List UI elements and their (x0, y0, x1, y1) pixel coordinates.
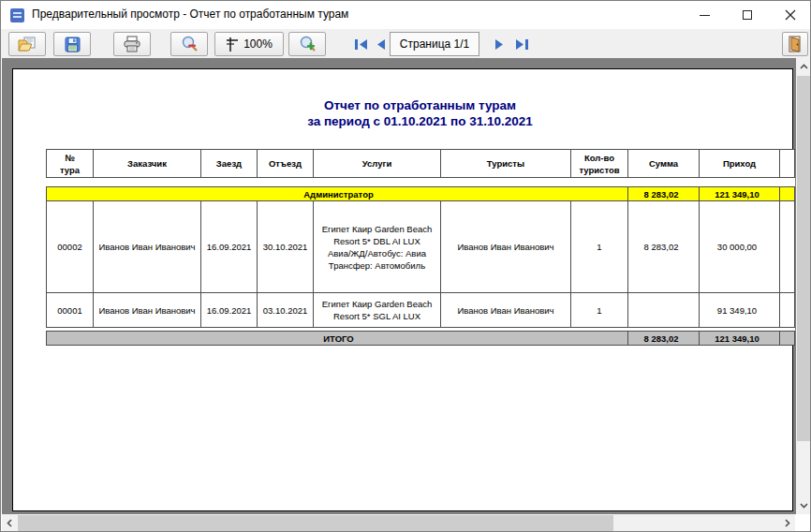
col-header-tourist-count: Кол-во туристов (571, 150, 628, 178)
table-row: 00001 Иванов Иван Иванович 16.09.2021 03… (47, 293, 795, 328)
close-icon (785, 9, 796, 21)
col-header-customer: Заказчик (94, 150, 201, 178)
cell-services: Египет Каир Garden Beach Resort 5* SGL A… (314, 293, 441, 328)
scroll-down-button[interactable] (796, 497, 811, 514)
cell-customer: Иванов Иван Иванович (94, 201, 201, 293)
group-label: Администратор (47, 187, 628, 201)
close-button[interactable] (769, 1, 811, 29)
cell-extra (780, 293, 795, 328)
scroll-left-button[interactable] (2, 514, 17, 532)
chevron-right-icon (785, 519, 790, 527)
total-summa: 8 283,02 (628, 332, 700, 346)
cell-tour-no: 00001 (47, 293, 94, 328)
cell-summa (628, 293, 700, 328)
next-page-icon (494, 38, 504, 51)
cell-tourist-count: 1 (571, 201, 628, 293)
cell-services: Египет Каир Garden Beach Resort 5* DBL A… (314, 201, 441, 293)
col-header-tour-no: № тура (47, 150, 94, 178)
cell-prihod: 30 000,00 (700, 201, 780, 293)
spacer-row (47, 178, 795, 187)
chevron-left-icon (7, 519, 12, 527)
prev-page-icon (376, 38, 386, 51)
col-header-checkout: Отъезд (258, 150, 314, 178)
col-header-summa: Сумма (628, 150, 700, 178)
total-prihod: 121 349,10 (700, 332, 780, 346)
group-prihod: 121 349,10 (700, 187, 780, 201)
col-header-prihod: Приход (700, 150, 780, 178)
scroll-right-button[interactable] (780, 514, 795, 532)
vertical-scroll-thumb[interactable] (797, 76, 810, 441)
zoom-in-icon (299, 36, 317, 53)
header-row: № тура Заказчик Заезд Отъезд Услуги Тури… (47, 150, 795, 178)
cell-tourists: Иванов Иван Иванович (441, 293, 571, 328)
cell-checkin: 16.09.2021 (201, 293, 258, 328)
col-header-checkin: Заезд (201, 150, 258, 178)
exit-preview-button[interactable] (782, 32, 808, 56)
report-title-line2: за период с 01.10.2021 по 31.10.2021 (46, 113, 794, 129)
minimize-button[interactable] (683, 1, 726, 29)
cell-prihod: 91 349,10 (700, 293, 780, 328)
first-page-button[interactable] (351, 32, 370, 56)
exit-door-icon (788, 36, 803, 52)
last-page-icon (515, 38, 529, 51)
cell-tourists: Иванов Иван Иванович (441, 201, 571, 293)
cell-tour-no: 00002 (47, 201, 94, 293)
total-label: ИТОГО (47, 332, 628, 346)
col-header-tourists: Туристы (441, 150, 571, 178)
cell-summa: 8 283,02 (628, 201, 700, 293)
open-report-button[interactable] (8, 32, 46, 56)
save-icon (65, 37, 81, 52)
next-page-button[interactable] (492, 32, 507, 56)
report-title-line1: Отчет по отработанным турам (46, 97, 794, 113)
cell-tourist-count: 1 (571, 293, 628, 328)
app-report-icon (10, 8, 24, 22)
titlebar: Предварительный просмотр - Отчет по отра… (1, 1, 810, 29)
col-header-services: Услуги (314, 150, 441, 178)
open-report-icon (18, 37, 37, 52)
total-extra (780, 332, 795, 346)
cell-checkout: 03.10.2021 (258, 293, 314, 328)
page-indicator: Страница 1/1 (390, 32, 479, 56)
print-button[interactable] (113, 32, 151, 56)
maximize-icon (743, 10, 752, 20)
total-row: ИТОГО 8 283,02 121 349,10 (47, 332, 795, 346)
first-page-icon (354, 38, 368, 51)
zoom-scale-icon (226, 37, 239, 52)
last-page-button[interactable] (512, 32, 531, 56)
horizontal-scroll-thumb[interactable] (18, 515, 613, 531)
table-row: 00002 Иванов Иван Иванович 16.09.2021 30… (47, 201, 795, 293)
zoom-out-icon (181, 36, 199, 53)
preview-window: Предварительный просмотр - Отчет по отра… (0, 0, 811, 532)
window-title: Предварительный просмотр - Отчет по отра… (32, 7, 348, 21)
zoom-in-button[interactable] (288, 32, 326, 56)
report-page: Отчет по отработанным турам за период с … (12, 68, 793, 511)
zoom-out-button[interactable] (170, 32, 208, 56)
preview-area: Отчет по отработанным турам за период с … (2, 58, 811, 514)
prev-page-button[interactable] (374, 32, 389, 56)
print-icon (123, 36, 141, 52)
group-extra (780, 187, 795, 201)
cell-extra (780, 201, 795, 293)
zoom-level-label: 100% (243, 37, 273, 51)
col-header-extra (780, 150, 795, 178)
scroll-up-button[interactable] (796, 58, 811, 75)
zoom-level-button[interactable]: 100% (214, 32, 284, 56)
report-table: № тура Заказчик Заезд Отъезд Услуги Тури… (46, 149, 795, 346)
group-row-administrator: Администратор 8 283,02 121 349,10 (47, 187, 795, 201)
vertical-scrollbar[interactable] (796, 58, 811, 514)
chevron-up-icon (800, 64, 808, 69)
minimize-icon (700, 15, 710, 16)
toolbar: 100% Страница 1/1 (1, 29, 810, 58)
cell-customer: Иванов Иван Иванович (94, 293, 201, 328)
cell-checkout: 30.10.2021 (258, 201, 314, 293)
report-title: Отчет по отработанным турам за период с … (46, 97, 794, 129)
group-summa: 8 283,02 (628, 187, 700, 201)
maximize-button[interactable] (726, 1, 769, 29)
save-button[interactable] (53, 32, 91, 56)
horizontal-scrollbar[interactable] (2, 514, 795, 532)
chevron-down-icon (800, 503, 808, 509)
cell-checkin: 16.09.2021 (201, 201, 258, 293)
